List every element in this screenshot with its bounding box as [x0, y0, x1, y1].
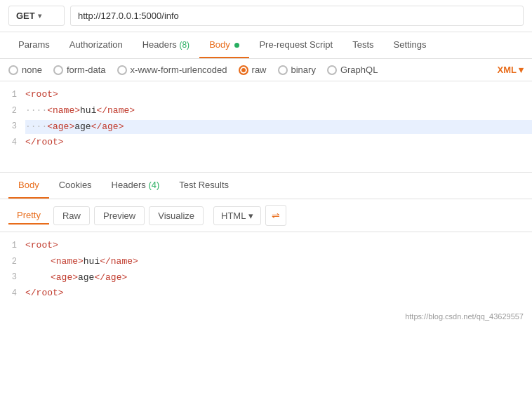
- resp-format-selector[interactable]: HTML ▾: [213, 206, 261, 225]
- resp-headers-badge: (4): [148, 180, 159, 190]
- resp-line-3: 3 <age>age</age>: [0, 270, 532, 286]
- editor-line-1: 1 <root>: [0, 87, 532, 103]
- radio-graphql-circle: [327, 65, 337, 75]
- format-selector[interactable]: XML ▾: [498, 65, 524, 75]
- radio-binary[interactable]: binary: [278, 65, 316, 75]
- body-type-bar: none form-data x-www-form-urlencoded raw…: [0, 59, 532, 81]
- response-sub-bar: Pretty Raw Preview Visualize HTML ▾ ⇌: [0, 199, 532, 232]
- tab-authorization[interactable]: Authorization: [60, 32, 133, 58]
- tab-headers[interactable]: Headers (8): [133, 32, 199, 58]
- resp-line-2: 2 <name>hui</name>: [0, 254, 532, 270]
- resp-raw-button[interactable]: Raw: [53, 206, 90, 225]
- radio-raw-circle: [239, 65, 248, 75]
- response-body-output: 1 <root> 2 <name>hui</name> 3 <age>age</…: [0, 232, 532, 309]
- editor-line-2: 2 ····<name>hui</name>: [0, 103, 532, 119]
- tab-pre-request-script[interactable]: Pre-request Script: [249, 32, 343, 58]
- resp-tab-cookies[interactable]: Cookies: [49, 173, 102, 199]
- word-wrap-button[interactable]: ⇌: [265, 205, 286, 226]
- radio-urlencoded[interactable]: x-www-form-urlencoded: [117, 65, 227, 75]
- method-selector[interactable]: GET ▾: [8, 6, 65, 26]
- editor-line-4: 4 </root>: [0, 135, 532, 151]
- radio-form-data[interactable]: form-data: [53, 65, 106, 75]
- resp-tab-body[interactable]: Body: [8, 173, 49, 199]
- nav-tabs: Params Authorization Headers (8) Body Pr…: [0, 32, 532, 59]
- radio-binary-circle: [278, 65, 288, 75]
- method-text: GET: [16, 11, 35, 21]
- radio-none[interactable]: none: [8, 65, 42, 75]
- tab-tests[interactable]: Tests: [343, 32, 383, 58]
- resp-preview-button[interactable]: Preview: [94, 206, 145, 225]
- tab-params[interactable]: Params: [8, 32, 60, 58]
- resp-visualize-button[interactable]: Visualize: [149, 206, 204, 225]
- radio-urlencoded-circle: [117, 65, 127, 75]
- resp-pretty-button[interactable]: Pretty: [8, 206, 49, 225]
- body-dot-indicator: [234, 43, 239, 48]
- resp-line-1: 1 <root>: [0, 238, 532, 254]
- radio-raw[interactable]: raw: [239, 65, 267, 75]
- request-body-editor[interactable]: 1 <root> 2 ····<name>hui</name> 3 ····<a…: [0, 81, 532, 173]
- headers-badge: (8): [179, 40, 189, 50]
- tab-body[interactable]: Body: [199, 32, 249, 58]
- url-input[interactable]: [70, 6, 524, 26]
- response-tabs: Body Cookies Headers (4) Test Results: [0, 173, 532, 199]
- resp-line-4: 4 </root>: [0, 286, 532, 302]
- wrap-icon: ⇌: [272, 210, 280, 221]
- watermark: https://blog.csdn.net/qq_43629557: [0, 309, 532, 325]
- resp-tab-headers[interactable]: Headers (4): [102, 173, 170, 199]
- editor-line-3: 3 ····<age>age</age>: [0, 119, 532, 135]
- tab-settings[interactable]: Settings: [384, 32, 437, 58]
- top-bar: GET ▾: [0, 0, 532, 32]
- resp-tab-test-results[interactable]: Test Results: [169, 173, 239, 199]
- radio-graphql[interactable]: GraphQL: [327, 65, 378, 75]
- method-chevron-icon: ▾: [38, 12, 41, 20]
- radio-form-data-circle: [53, 65, 63, 75]
- response-section: Body Cookies Headers (4) Test Results Pr…: [0, 173, 532, 325]
- radio-none-circle: [8, 65, 18, 75]
